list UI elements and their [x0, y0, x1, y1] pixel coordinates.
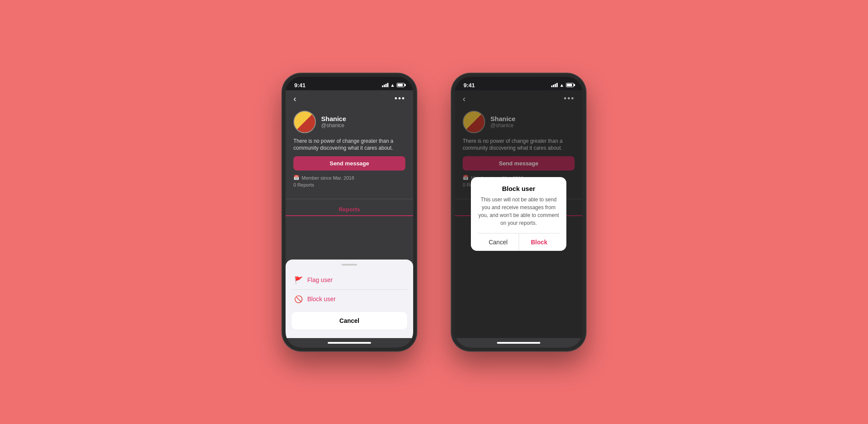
- signal-icon-1: [382, 83, 388, 87]
- nav-bar-1: ‹ •••: [286, 90, 413, 107]
- member-since-1: 📅 Member since Mar. 2018: [293, 175, 405, 181]
- home-indicator-1: [286, 338, 413, 348]
- screen-2: ‹ ••• Shanice @shanice There is no power…: [455, 90, 582, 338]
- phone-2: 9:41 ▲ ‹ ••• Shanice: [451, 73, 586, 351]
- reports-count-1: 0 Reports: [293, 182, 405, 187]
- screen-1: ‹ ••• Shanice @shanice There is no power…: [286, 90, 413, 338]
- profile-info-1: Shanice @shanice: [321, 115, 346, 128]
- flag-user-item[interactable]: 🚩 Flag user: [292, 271, 407, 290]
- profile-header-1: Shanice @shanice: [293, 111, 405, 133]
- dialog-message: This user will not be able to send you a…: [478, 196, 559, 227]
- back-button-1[interactable]: ‹: [293, 94, 296, 104]
- home-indicator-2: [455, 338, 582, 348]
- phone-1: 9:41 ▲ ‹ ••• Shanice: [282, 73, 417, 351]
- notch-1: [326, 77, 373, 86]
- dialog-cancel-button[interactable]: Cancel: [478, 233, 519, 251]
- status-icons-2: ▲: [551, 82, 574, 88]
- block-user-item[interactable]: 🚫 Block user: [292, 290, 407, 309]
- more-button-1[interactable]: •••: [395, 94, 405, 103]
- sheet-handle-1: [342, 264, 357, 266]
- signal-icon-2: [551, 83, 558, 87]
- sheet-cancel-button[interactable]: Cancel: [292, 312, 407, 329]
- avatar-1: [293, 111, 316, 133]
- dialog-overlay: Block user This user will not be able to…: [455, 90, 582, 338]
- battery-icon-2: [566, 83, 574, 87]
- block-user-dialog: Block user This user will not be able to…: [471, 177, 566, 251]
- profile-name-1: Shanice: [321, 115, 346, 122]
- time-2: 9:41: [464, 82, 475, 89]
- reports-tab-1[interactable]: Reports: [286, 203, 413, 216]
- dialog-block-button[interactable]: Block: [519, 233, 560, 251]
- divider-1: [286, 199, 413, 199]
- dialog-actions: Cancel Block: [478, 233, 559, 251]
- calendar-icon-1: 📅: [293, 175, 299, 181]
- send-message-button-1[interactable]: Send message: [293, 156, 405, 171]
- block-user-label: Block user: [307, 296, 335, 302]
- profile-section-1: Shanice @shanice There is no power of ch…: [286, 107, 413, 196]
- wifi-icon-2: ▲: [559, 82, 564, 88]
- dialog-title: Block user: [478, 185, 559, 192]
- battery-icon-1: [397, 83, 404, 87]
- block-icon: 🚫: [294, 295, 303, 303]
- bottom-sheet-1: 🚩 Flag user 🚫 Block user Cancel: [286, 260, 413, 338]
- profile-handle-1: @shanice: [321, 122, 346, 128]
- flag-icon: 🚩: [294, 276, 303, 284]
- flag-user-label: Flag user: [307, 276, 332, 283]
- time-1: 9:41: [294, 82, 306, 89]
- wifi-icon-1: ▲: [390, 82, 395, 88]
- notch-2: [495, 77, 542, 86]
- status-icons-1: ▲: [382, 82, 404, 88]
- bio-text-1: There is no power of change greater than…: [293, 138, 405, 152]
